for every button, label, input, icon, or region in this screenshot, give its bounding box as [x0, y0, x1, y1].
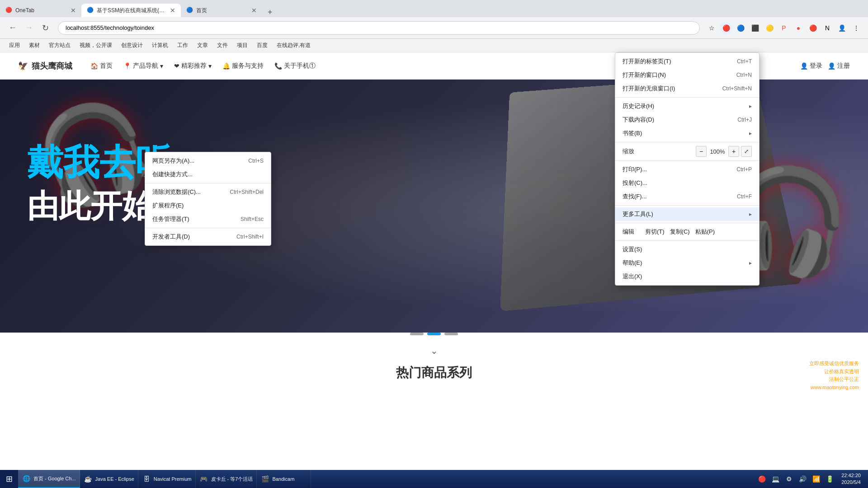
- tray-icon-1[interactable]: 🔴: [756, 474, 767, 484]
- bookmark-online[interactable]: 在线趋评,有道: [273, 41, 314, 50]
- ctx-copy-button[interactable]: 复制(C): [670, 228, 690, 236]
- ctx-cast[interactable]: 投射(C)...: [615, 176, 759, 190]
- nav-item-featured[interactable]: ❤ 精彩推荐 ▾: [174, 62, 212, 70]
- ctx-sep1: [615, 97, 759, 98]
- bookmark-official[interactable]: 官方站点: [45, 41, 74, 50]
- register-label: 注册: [837, 62, 850, 70]
- ctx-bookmarks-label: 书签(B): [623, 129, 642, 137]
- ctx-downloads[interactable]: 下载内容(D) Ctrl+J: [615, 113, 759, 127]
- bookmark-star-icon[interactable]: ☆: [705, 22, 718, 34]
- menu-button[interactable]: ⋮: [850, 22, 863, 34]
- tray-icon-6[interactable]: 🔋: [824, 474, 835, 484]
- ctx-paste-button[interactable]: 粘贴(P): [695, 228, 715, 236]
- bookmark-design[interactable]: 创意设计: [118, 41, 146, 50]
- extension-icon-9[interactable]: 👤: [835, 22, 848, 34]
- bookmark-work[interactable]: 工作: [174, 41, 192, 50]
- sub-extensions[interactable]: 扩展程序(E): [145, 199, 271, 212]
- ctx-print[interactable]: 打印(P)... Ctrl+P: [615, 163, 759, 176]
- extension-icon-3[interactable]: ⬛: [749, 22, 761, 34]
- taskbar-eclipse[interactable]: ☕ Java EE - Eclipse: [80, 470, 138, 488]
- tray-icon-5[interactable]: 📶: [811, 474, 821, 484]
- ctx-bookmarks[interactable]: 书签(B) ▸: [615, 127, 759, 140]
- login-button[interactable]: 👤 登录: [800, 62, 822, 70]
- bookmark-materials[interactable]: 素材: [25, 41, 43, 50]
- tab-onetab[interactable]: 🔴 OneTab ✕: [0, 4, 81, 17]
- extension-icon-7[interactable]: 🔴: [807, 22, 819, 34]
- extension-icon-2[interactable]: 🔵: [734, 22, 747, 34]
- bookmark-baidu[interactable]: 百度: [253, 41, 271, 50]
- sub-save-page[interactable]: 网页另存为(A)... Ctrl+S: [145, 154, 271, 168]
- ctx-help[interactable]: 帮助(E) ▸: [615, 256, 759, 270]
- zoom-minus-button[interactable]: −: [696, 146, 707, 157]
- extension-icon-8[interactable]: N: [821, 22, 834, 34]
- ctx-exit[interactable]: 退出(X): [615, 270, 759, 283]
- sub-create-shortcut[interactable]: 创建快捷方式...: [145, 168, 271, 181]
- bookmark-videos[interactable]: 视频，公开课: [76, 41, 116, 50]
- extension-icon-5[interactable]: P: [778, 22, 790, 34]
- tray-icon-3[interactable]: ⚙: [783, 474, 794, 484]
- dot-3[interactable]: [444, 333, 458, 335]
- tab-close-onetab[interactable]: ✕: [71, 7, 76, 14]
- nav-item-home[interactable]: 🏠 首页: [90, 62, 113, 70]
- taskbar-navicat[interactable]: 🗄 Navicat Premium: [138, 470, 196, 488]
- site-logo: 🦅 猫头鹰商城: [18, 61, 72, 71]
- reload-button[interactable]: ↻: [38, 21, 52, 35]
- ctx-new-tab-label: 打开新的标签页(T): [623, 57, 671, 66]
- start-button[interactable]: ⊞: [0, 470, 18, 488]
- tab-ssm[interactable]: 🔵 基于SSM的在线商城系统(最新) ✕: [81, 4, 181, 17]
- pikaqiu-icon: 🎮: [199, 474, 208, 483]
- tray-icon-2[interactable]: 💻: [770, 474, 781, 484]
- sub-devtools[interactable]: 开发者工具(D) Ctrl+Shift+I: [145, 230, 271, 244]
- bookmark-projects[interactable]: 项目: [233, 41, 251, 50]
- ctx-new-tab[interactable]: 打开新的标签页(T) Ctrl+T: [615, 55, 759, 68]
- nav-item-phone[interactable]: 📞 关于手机①: [274, 62, 316, 70]
- zoom-controls: − 100% + ⤢: [696, 146, 752, 157]
- ctx-incognito-label: 打开新的无痕窗口(I): [623, 84, 675, 93]
- extension-icon-1[interactable]: 🔴: [720, 22, 732, 34]
- sub-clear-data[interactable]: 清除浏览数据(C)... Ctrl+Shift+Del: [145, 185, 271, 199]
- ctx-history[interactable]: 历史记录(H) ▸: [615, 99, 759, 113]
- ctx-incognito[interactable]: 打开新的无痕窗口(I) Ctrl+Shift+N: [615, 82, 759, 95]
- zoom-fullscreen-button[interactable]: ⤢: [741, 146, 752, 157]
- bookmark-apps[interactable]: 应用: [5, 41, 24, 50]
- taskbar-bandicam[interactable]: 🎬 Bandicam: [257, 470, 311, 488]
- taskbar-tray: 🔴 💻 ⚙ 🔊 📶 🔋 22:42:20 2020/5/4: [756, 472, 868, 486]
- bookmark-files[interactable]: 文件: [213, 41, 231, 50]
- register-button[interactable]: 👤 注册: [828, 62, 850, 70]
- context-menu: 打开新的标签页(T) Ctrl+T 打开新的窗口(N) Ctrl+N 打开新的无…: [615, 52, 760, 286]
- nav-item-products[interactable]: 📍 产品导航 ▾: [123, 62, 163, 70]
- tab-home[interactable]: 🔵 首页 ✕: [181, 4, 262, 17]
- sub-devtools-shortcut: Ctrl+Shift+I: [236, 234, 264, 240]
- nav-item-service[interactable]: 🔔 服务与支持: [222, 62, 264, 70]
- bookmark-computer[interactable]: 计算机: [148, 41, 172, 50]
- ctx-more-tools[interactable]: 更多工具(L) ▸: [615, 207, 759, 221]
- taskbar-pikaqiu[interactable]: 🎮 皮卡丘 - 等7个活话: [196, 470, 257, 488]
- bookmark-articles[interactable]: 文章: [193, 41, 212, 50]
- products-title: 热门商品系列: [0, 364, 868, 381]
- scroll-arrow[interactable]: ⌄: [430, 345, 438, 356]
- ctx-print-label: 打印(P)...: [623, 165, 647, 174]
- zoom-plus-button[interactable]: +: [728, 146, 739, 157]
- ctx-settings[interactable]: 设置(S): [615, 243, 759, 256]
- tab-close-home[interactable]: ✕: [251, 7, 257, 14]
- extension-icon-4[interactable]: 🟡: [763, 22, 776, 34]
- dot-2[interactable]: [427, 333, 441, 335]
- sub-task-manager[interactable]: 任务管理器(T) Shift+Esc: [145, 212, 271, 226]
- taskbar-chrome[interactable]: 🌐 首页 - Google Ch...: [18, 470, 80, 488]
- back-button[interactable]: ←: [5, 21, 20, 35]
- ctx-cut-button[interactable]: 剪切(T): [645, 228, 665, 236]
- dot-1[interactable]: [410, 333, 424, 335]
- new-tab-button[interactable]: +: [264, 8, 276, 17]
- ctx-find[interactable]: 查找(F)... Ctrl+F: [615, 190, 759, 203]
- extension-icon-6[interactable]: ●: [792, 22, 805, 34]
- sub-devtools-label: 开发者工具(D): [152, 233, 190, 241]
- navicat-icon: 🗄: [142, 474, 151, 483]
- ctx-new-tab-shortcut: Ctrl+T: [737, 58, 752, 65]
- tab-close-ssm[interactable]: ✕: [170, 7, 175, 14]
- address-bar[interactable]: [58, 21, 700, 35]
- taskbar: ⊞ 🌐 首页 - Google Ch... ☕ Java EE - Eclips…: [0, 470, 868, 488]
- forward-button[interactable]: →: [22, 21, 36, 35]
- ctx-incognito-shortcut: Ctrl+Shift+N: [722, 85, 752, 92]
- tray-icon-4[interactable]: 🔊: [797, 474, 808, 484]
- ctx-new-window[interactable]: 打开新的窗口(N) Ctrl+N: [615, 68, 759, 82]
